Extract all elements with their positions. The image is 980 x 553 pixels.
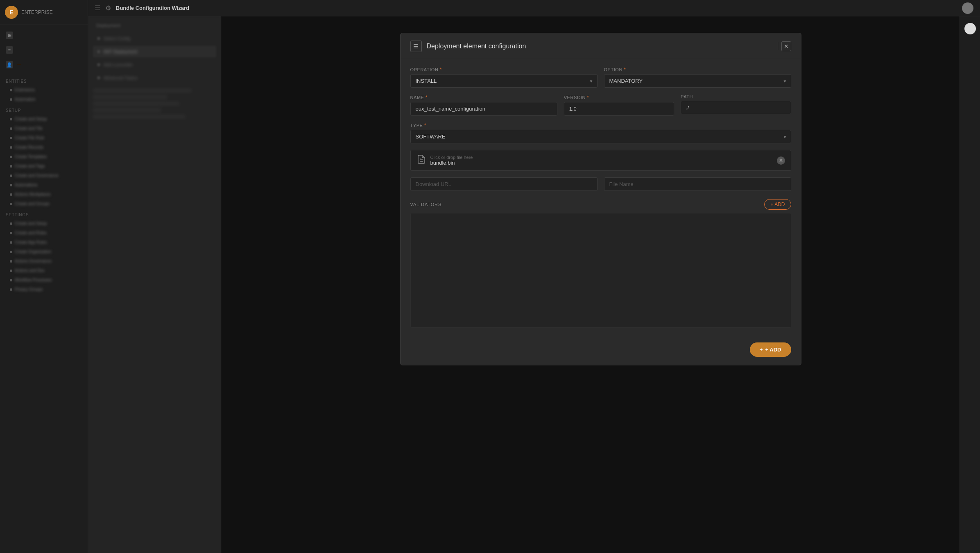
sidebar-section-3: SETTINGS xyxy=(0,209,88,219)
sidebar-section-2: SETUP xyxy=(0,104,88,114)
sidebar-item-10[interactable]: Create and Groups xyxy=(0,199,88,209)
main-content: ☰ ⚙ Bundle Configuration Wizard Deployme… xyxy=(88,0,980,553)
form-row-type: Type * SOFTWARE FIRMWARE CONFIG ▼ xyxy=(410,122,791,143)
left-nav-item-1[interactable]: Select Config xyxy=(93,33,216,44)
validators-section: VALIDATORS + ADD xyxy=(410,199,791,328)
validators-content-area xyxy=(410,213,791,328)
dashboard-icon: ⊞ xyxy=(6,32,13,39)
option-label: Option * xyxy=(604,66,791,73)
option-select[interactable]: MANDATORY OPTIONAL xyxy=(604,74,791,88)
type-field: Type * SOFTWARE FIRMWARE CONFIG ▼ xyxy=(410,122,791,143)
operation-select[interactable]: INSTALL UNINSTALL UPDATE xyxy=(410,74,598,88)
file-drop-content: Click or drop file here bundle.bin xyxy=(430,155,773,166)
sidebar-section: ENTITIES xyxy=(0,75,88,85)
dialog-footer: + + ADD xyxy=(401,336,801,365)
path-label: Path xyxy=(681,94,791,99)
sidebar-item-tasks[interactable]: ≡ xyxy=(0,43,88,57)
add-icon: + xyxy=(760,347,763,353)
version-field: Version * xyxy=(564,94,674,116)
sidebar-item-user[interactable]: 👤 xyxy=(0,58,88,72)
type-select[interactable]: SOFTWARE FIRMWARE CONFIG xyxy=(410,130,791,143)
sidebar-item-7[interactable]: Create and Governance xyxy=(0,171,88,180)
sidebar-icons: ⊞ ≡ 👤 xyxy=(0,25,88,75)
left-nav-item-2[interactable]: INIT Deployment xyxy=(93,46,216,57)
add-button[interactable]: + + ADD xyxy=(750,342,791,357)
user-icon: 👤 xyxy=(6,61,13,68)
sidebar-item-18[interactable]: Privacy Groups xyxy=(0,285,88,294)
name-field: Name * xyxy=(410,94,557,116)
name-input[interactable] xyxy=(410,102,557,116)
operation-label: Operation * xyxy=(410,66,598,73)
version-input[interactable] xyxy=(564,102,674,116)
option-field: Option * MANDATORY OPTIONAL ▼ xyxy=(604,66,791,88)
topbar: ☰ ⚙ Bundle Configuration Wizard xyxy=(88,0,980,16)
download-url-field xyxy=(410,177,598,191)
path-field: Path xyxy=(681,94,791,116)
path-input[interactable] xyxy=(681,101,791,114)
menu-icon[interactable]: ☰ xyxy=(95,4,100,12)
sidebar-item-1[interactable]: Create and Setup xyxy=(0,114,88,124)
download-url-input[interactable] xyxy=(410,177,598,191)
sidebar-item-4[interactable]: Create Records xyxy=(0,143,88,152)
topbar-avatar xyxy=(962,2,973,14)
dialog-header-icon: ☰ xyxy=(410,41,422,52)
sidebar-item-14[interactable]: Create Organization xyxy=(0,247,88,256)
file-icon xyxy=(416,154,426,166)
sidebar: E ENTERPRISE ⊞ ≡ 👤 ENTITIES Extensions A… xyxy=(0,0,88,553)
left-nav-item-3[interactable]: Add a provider xyxy=(93,59,216,70)
left-nav: Deployment Select Config INIT Deployment… xyxy=(88,16,221,553)
sidebar-item-5[interactable]: Create Templates xyxy=(0,152,88,161)
form-row-name-version-path: Name * Version * xyxy=(410,94,791,116)
file-drop-value: bundle.bin xyxy=(430,160,773,166)
topbar-title: Bundle Configuration Wizard xyxy=(116,5,189,11)
sidebar-item-6[interactable]: Create and Tags xyxy=(0,161,88,171)
sidebar-item-17[interactable]: Workflow Processes xyxy=(0,275,88,285)
settings-icon[interactable]: ⚙ xyxy=(105,4,111,12)
sidebar-item-extensions[interactable]: Extensions xyxy=(0,85,88,95)
dialog-header: ☰ Deployment element configuration ✕ xyxy=(401,33,801,58)
sidebar-item-9[interactable]: Actions Workplaces xyxy=(0,190,88,199)
sidebar-brand-label: ENTERPRISE xyxy=(21,9,53,15)
sidebar-item-automation[interactable]: Automation xyxy=(0,95,88,104)
sidebar-item-2[interactable]: Create and Tile xyxy=(0,124,88,133)
operation-select-wrapper: INSTALL UNINSTALL UPDATE ▼ xyxy=(410,74,598,88)
sidebar-item-16[interactable]: Actions and Dev xyxy=(0,266,88,275)
file-drop-area[interactable]: Click or drop file here bundle.bin ✕ xyxy=(410,150,791,171)
sidebar-item-dashboard[interactable]: ⊞ xyxy=(0,28,88,42)
option-select-wrapper: MANDATORY OPTIONAL ▼ xyxy=(604,74,791,88)
form-row-operation-option: Operation * INSTALL UNINSTALL UPDATE ▼ xyxy=(410,66,791,88)
file-drop-hint: Click or drop file here xyxy=(430,155,773,160)
sidebar-item-11[interactable]: Create and Setup xyxy=(0,219,88,228)
sidebar-item-13[interactable]: Create App Rules xyxy=(0,238,88,247)
tasks-icon: ≡ xyxy=(6,46,13,54)
type-select-wrapper: SOFTWARE FIRMWARE CONFIG ▼ xyxy=(410,130,791,143)
avatar: E xyxy=(5,6,18,19)
version-label: Version * xyxy=(564,94,674,100)
file-name-input[interactable] xyxy=(604,177,791,191)
file-name-field xyxy=(604,177,791,191)
dialog-title: Deployment element configuration xyxy=(427,43,526,50)
right-panel xyxy=(960,16,980,553)
page-content: Deployment Select Config INIT Deployment… xyxy=(88,16,980,553)
validators-label: VALIDATORS xyxy=(410,202,442,207)
sidebar-header: E ENTERPRISE xyxy=(0,0,88,25)
file-clear-button[interactable]: ✕ xyxy=(777,156,785,165)
sidebar-item-12[interactable]: Create and Roles xyxy=(0,228,88,238)
left-nav-item-4[interactable]: Advanced Topics xyxy=(93,72,216,84)
close-button[interactable]: ✕ xyxy=(781,41,791,51)
close-icon: ✕ xyxy=(784,43,789,50)
operation-field: Operation * INSTALL UNINSTALL UPDATE ▼ xyxy=(410,66,598,88)
form-row-url-filename xyxy=(410,177,791,191)
sidebar-item-8[interactable]: Automations xyxy=(0,180,88,190)
dialog-overlay: ☰ Deployment element configuration ✕ xyxy=(221,16,980,553)
type-label: Type * xyxy=(410,122,791,128)
sidebar-item-15[interactable]: Actions Governance xyxy=(0,256,88,266)
dialog-header-left: ☰ Deployment element configuration xyxy=(410,41,526,52)
validators-header: VALIDATORS + ADD xyxy=(410,199,791,210)
dialog-body: Operation * INSTALL UNINSTALL UPDATE ▼ xyxy=(401,58,801,336)
deployment-element-dialog: ☰ Deployment element configuration ✕ xyxy=(400,33,801,365)
name-label: Name * xyxy=(410,94,557,100)
add-validator-button[interactable]: + ADD xyxy=(764,199,791,210)
sidebar-item-3[interactable]: Create File Rule xyxy=(0,133,88,143)
right-panel-avatar xyxy=(964,23,976,34)
